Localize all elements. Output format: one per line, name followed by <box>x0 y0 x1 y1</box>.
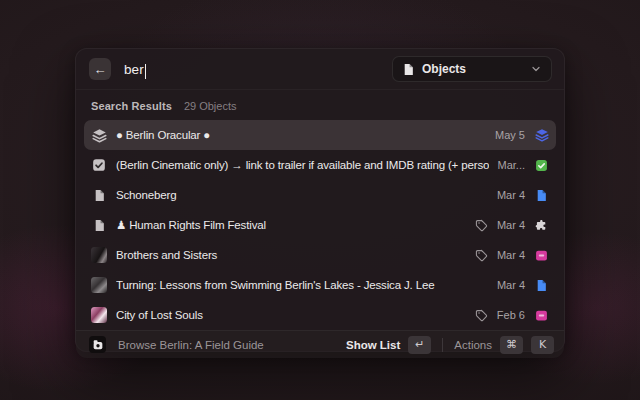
layers-icon <box>91 127 107 143</box>
footer-divider <box>442 338 443 352</box>
checkbox-icon <box>91 157 107 173</box>
result-title: Brothers and Sisters <box>116 249 467 261</box>
page-object-icon <box>534 278 549 293</box>
result-row-human-rights-film-festival[interactable]: ♟ Human Rights Film Festival Mar 4 <box>84 210 556 240</box>
layers-object-icon <box>534 128 549 143</box>
result-date: Mar 4 <box>497 249 525 261</box>
puzzle-object-icon <box>534 218 549 233</box>
objects-filter-dropdown[interactable]: Objects <box>392 56 552 82</box>
footer-bar: Browse Berlin: A Field Guide Show List ↵… <box>76 330 564 358</box>
checkbox-object-icon <box>534 158 549 173</box>
tag-icon <box>475 309 488 322</box>
text-cursor <box>145 64 147 79</box>
space-name: Browse Berlin: A Field Guide <box>118 339 346 351</box>
result-date: Mar... <box>497 159 525 171</box>
tag-icon <box>475 219 488 232</box>
media-object-icon <box>534 248 549 263</box>
back-arrow-icon: ← <box>94 62 107 77</box>
actions-button[interactable]: Actions <box>454 339 492 351</box>
result-row-berlin-cinematic[interactable]: (Berlin Cinematic only) → link to traile… <box>84 150 556 180</box>
cmd-keycap[interactable]: ⌘ <box>500 336 523 354</box>
search-query-text: ber <box>124 62 144 77</box>
result-date: Mar 4 <box>497 189 525 201</box>
page-icon <box>91 217 107 233</box>
result-date: Feb 6 <box>497 309 525 321</box>
cover-thumbnail <box>91 247 107 263</box>
result-title: (Berlin Cinematic only) → link to traile… <box>116 159 489 171</box>
result-title: ● Berlin Oracular ● <box>116 129 487 141</box>
page-icon <box>91 187 107 203</box>
media-object-icon <box>534 308 549 323</box>
cover-thumbnail <box>91 307 107 323</box>
filter-label: Objects <box>422 62 523 76</box>
result-date: May 5 <box>495 129 525 141</box>
result-title: City of Lost Souls <box>116 309 467 321</box>
tag-icon <box>475 249 488 262</box>
results-title: Search Results <box>91 100 172 112</box>
space-logo-icon <box>89 336 106 353</box>
results-header: Search Results 29 Objects <box>76 90 564 118</box>
page-object-icon <box>534 188 549 203</box>
search-input[interactable]: ber <box>124 62 392 77</box>
result-date: Mar 4 <box>497 219 525 231</box>
show-list-button[interactable]: Show List <box>346 339 400 351</box>
chevron-down-icon <box>530 63 542 75</box>
back-button[interactable]: ← <box>89 58 111 80</box>
result-title: Schoneberg <box>116 189 489 201</box>
result-row-brothers-and-sisters[interactable]: Brothers and Sisters Mar 4 <box>84 240 556 270</box>
search-palette-window: ← ber Objects Search Results 29 Objects <box>75 48 565 352</box>
result-row-city-of-lost-souls[interactable]: City of Lost Souls Feb 6 <box>84 300 556 330</box>
desktop-background: ← ber Objects Search Results 29 Objects <box>0 0 640 400</box>
k-keycap[interactable]: K <box>531 336 554 354</box>
result-date: Mar 4 <box>497 279 525 291</box>
result-row-schoneberg[interactable]: Schoneberg Mar 4 <box>84 180 556 210</box>
search-bar: ← ber Objects <box>76 49 564 90</box>
result-row-turning-lessons[interactable]: Turning: Lessons from Swimming Berlin's … <box>84 270 556 300</box>
result-title: ♟ Human Rights Film Festival <box>116 218 467 232</box>
results-list: ● Berlin Oracular ● May 5 (Berlin Cinema… <box>76 118 564 330</box>
result-title: Turning: Lessons from Swimming Berlin's … <box>116 279 489 291</box>
file-icon <box>402 63 415 76</box>
results-count: 29 Objects <box>184 100 237 112</box>
cover-thumbnail <box>91 277 107 293</box>
enter-keycap[interactable]: ↵ <box>408 336 431 354</box>
result-row-berlin-oracular[interactable]: ● Berlin Oracular ● May 5 <box>84 120 556 150</box>
